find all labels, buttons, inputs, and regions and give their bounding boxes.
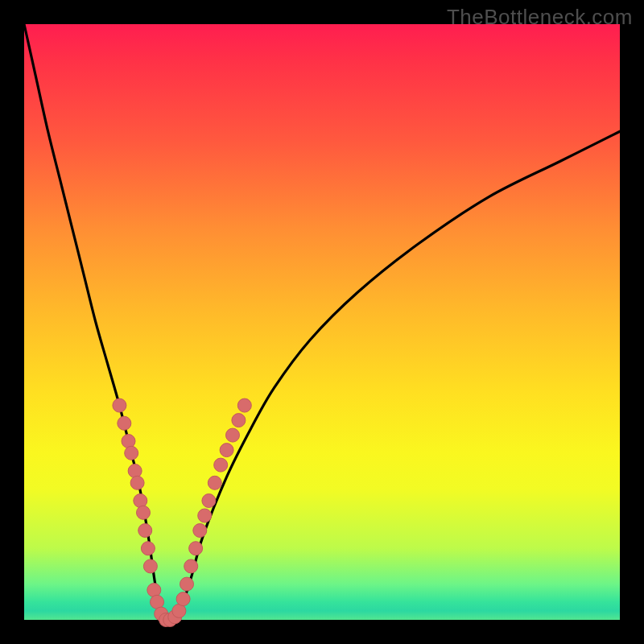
marker-dot: [134, 494, 147, 508]
marker-group: [113, 398, 251, 626]
marker-dot: [193, 524, 207, 538]
marker-dot: [141, 542, 155, 555]
outer-frame: TheBottleneck.com: [0, 0, 644, 644]
marker-dot: [232, 414, 246, 427]
marker-dot: [214, 458, 228, 472]
marker-dot: [202, 494, 216, 508]
marker-dot: [138, 524, 152, 538]
marker-dot: [220, 444, 233, 457]
marker-dot: [208, 476, 221, 489]
plot-area: [24, 24, 620, 620]
marker-dot: [137, 506, 151, 519]
marker-dot: [143, 559, 157, 573]
bottleneck-curve: [24, 24, 620, 621]
marker-dot: [113, 398, 126, 412]
marker-dot: [147, 584, 161, 597]
marker-dot: [198, 509, 212, 522]
marker-dot: [184, 559, 198, 573]
marker-dot: [226, 428, 240, 442]
marker-dot: [128, 464, 142, 478]
marker-dot: [189, 542, 203, 555]
marker-dot: [176, 592, 190, 606]
marker-dot: [180, 577, 194, 591]
marker-dot: [122, 435, 135, 448]
marker-dot: [125, 446, 138, 460]
marker-dot: [237, 398, 251, 412]
marker-dot: [130, 476, 144, 489]
watermark-text: TheBottleneck.com: [447, 5, 633, 30]
chart-svg: [24, 24, 620, 620]
marker-dot: [118, 416, 131, 430]
